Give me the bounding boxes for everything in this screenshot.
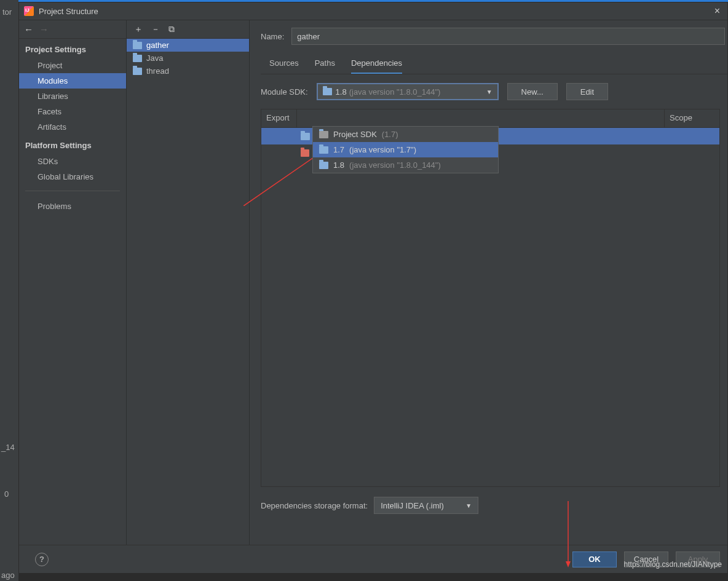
module-name-input[interactable] (291, 28, 725, 45)
sidebar-item-global-libraries[interactable]: Global Libraries (19, 169, 126, 184)
module-folder-icon (133, 42, 142, 49)
close-icon[interactable]: × (712, 6, 722, 17)
title-bar: Project Structure × (19, 2, 727, 20)
sdk-option-text: 1.8 (333, 160, 344, 170)
forward-icon[interactable]: → (39, 24, 49, 34)
storage-value: IntelliJ IDEA (.iml) (381, 501, 444, 510)
sdk-option-suffix: (1.7) (382, 130, 398, 139)
sidebar-divider (25, 191, 120, 191)
ok-button[interactable]: OK (572, 551, 617, 567)
module-sdk-label: Module SDK: (261, 87, 308, 97)
add-icon[interactable]: ＋ (134, 24, 143, 35)
sidebar-item-artifacts[interactable]: Artifacts (19, 119, 126, 135)
bg-text: ago (1, 571, 15, 580)
module-folder-icon (133, 55, 142, 62)
module-item-thread[interactable]: thread (127, 65, 249, 77)
sidebar: ← → Project Settings Project Modules Lib… (19, 20, 127, 545)
module-label: thread (146, 66, 169, 76)
storage-format-row: Dependencies storage format: IntelliJ ID… (261, 497, 727, 514)
sdk-option-project-sdk[interactable]: Project SDK (1.7) (313, 127, 498, 142)
dialog-title: Project Structure (39, 7, 98, 16)
storage-format-select[interactable]: IntelliJ IDEA (.iml) ▼ (374, 497, 478, 514)
col-export: Export (261, 109, 297, 127)
copy-icon[interactable]: ⧉ (168, 24, 175, 34)
help-button[interactable]: ? (35, 553, 49, 566)
module-toolbar: ＋ － ⧉ (127, 20, 249, 39)
background-strip: tor _14 0 ago (0, 0, 18, 581)
new-sdk-button[interactable]: New... (507, 83, 558, 100)
project-settings-section: Project Settings (19, 39, 126, 58)
sdk-option-text: Project SDK (333, 130, 377, 139)
col-dependency (297, 109, 664, 127)
sidebar-item-modules[interactable]: Modules (19, 73, 126, 89)
chevron-down-icon: ▼ (486, 89, 493, 95)
module-label: Java (146, 53, 163, 63)
name-row: Name: (261, 28, 727, 45)
dialog-body: ← → Project Settings Project Modules Lib… (19, 20, 727, 545)
sdk-option-text: 1.7 (333, 145, 344, 154)
sidebar-item-libraries[interactable]: Libraries (19, 89, 126, 104)
sdk-dropdown-popup: Project SDK (1.7) 1.7 (java version "1.7… (312, 126, 499, 173)
col-scope: Scope (664, 109, 719, 127)
sidebar-item-project[interactable]: Project (19, 58, 126, 73)
sdk-option-suffix: (java version "1.7") (349, 145, 416, 154)
sdk-option-17[interactable]: 1.7 (java version "1.7") (313, 142, 498, 157)
sdk-option-suffix: (java version "1.8.0_144") (349, 160, 441, 170)
sdk-selected-suffix: (java version "1.8.0_144") (349, 87, 441, 97)
back-icon[interactable]: ← (24, 24, 33, 34)
dialog-button-bar: ? OK Cancel Apply (19, 545, 727, 573)
sidebar-item-problems[interactable]: Problems (19, 199, 126, 214)
intellij-icon (24, 6, 34, 16)
sdk-selected-text: 1.8 (336, 87, 347, 97)
bg-text: _14 (1, 443, 15, 452)
platform-settings-section: Platform Settings (19, 135, 126, 154)
tab-paths[interactable]: Paths (315, 58, 335, 74)
bg-text: 0 (4, 489, 9, 499)
sidebar-toolbar: ← → (19, 20, 126, 39)
remove-icon[interactable]: － (151, 24, 160, 35)
tab-dependencies[interactable]: Dependencies (351, 58, 402, 74)
sdk-folder-icon (319, 146, 328, 154)
chevron-down-icon: ▼ (465, 502, 472, 509)
module-folder-icon (133, 68, 142, 75)
sidebar-item-facets[interactable]: Facets (19, 104, 126, 119)
module-list-panel: ＋ － ⧉ gather Java thread (127, 20, 250, 545)
table-header: Export Scope (261, 109, 719, 128)
module-item-gather[interactable]: gather (127, 39, 249, 52)
storage-label: Dependencies storage format: (261, 501, 368, 510)
sdk-option-18[interactable]: 1.8 (java version "1.8.0_144") (313, 157, 498, 173)
sdk-folder-icon (301, 133, 310, 140)
module-details-panel: Name: Sources Paths Dependencies Module … (250, 20, 727, 545)
edit-sdk-button[interactable]: Edit (566, 83, 608, 100)
module-sdk-row: Module SDK: 1.8 (java version "1.8.0_144… (261, 83, 727, 100)
name-label: Name: (261, 32, 284, 41)
module-item-java[interactable]: Java (127, 52, 249, 65)
source-folder-icon (301, 149, 309, 157)
module-sdk-select[interactable]: 1.8 (java version "1.8.0_144") ▼ (317, 83, 499, 100)
bg-text: tor (2, 7, 12, 17)
tab-sources[interactable]: Sources (269, 58, 299, 74)
module-tabs: Sources Paths Dependencies (261, 58, 727, 74)
sdk-folder-icon (319, 131, 328, 138)
sdk-folder-icon (323, 88, 332, 95)
sidebar-item-sdks[interactable]: SDKs (19, 154, 126, 169)
module-label: gather (146, 41, 169, 50)
watermark-text: https://blog.csdn.net/JIANtype (624, 560, 722, 569)
project-structure-dialog: Project Structure × ← → Project Settings… (18, 2, 728, 574)
sdk-folder-icon (319, 162, 328, 169)
